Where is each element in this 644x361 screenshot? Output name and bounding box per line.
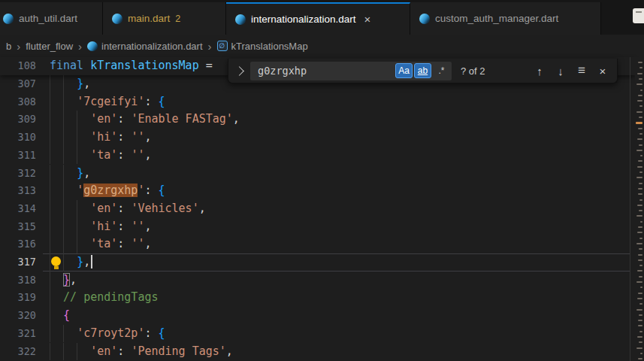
line-number[interactable]: 321	[0, 325, 36, 343]
minimap-code-mark	[639, 199, 642, 201]
line-number[interactable]: 312	[0, 165, 36, 183]
minimap[interactable]	[635, 57, 644, 361]
line-number[interactable]: 311	[0, 147, 36, 165]
code-line-315[interactable]: 315 'hi': '',	[0, 218, 635, 236]
breadcrumb-item-flutter_flow[interactable]: flutter_flow	[26, 41, 73, 52]
line-number[interactable]: 319	[0, 289, 36, 307]
minimap-code-mark	[638, 160, 642, 162]
line-number[interactable]: 322	[0, 343, 36, 361]
line-number[interactable]: 313	[0, 182, 36, 200]
minimap-code-mark	[638, 193, 642, 195]
whole-word-toggle[interactable]: ab	[414, 63, 431, 78]
minimap-code-mark	[637, 336, 642, 338]
breadcrumb-label: kTranslationsMap	[231, 41, 308, 52]
toggle-replace-chevron-icon[interactable]	[234, 66, 244, 76]
tab-label: internationalization.dart	[251, 14, 356, 25]
minimap-code-mark	[639, 210, 642, 211]
find-input[interactable]	[256, 64, 395, 77]
line-number[interactable]: 314	[0, 200, 36, 218]
code-line-312[interactable]: 312 },	[0, 165, 635, 183]
find-next-icon[interactable]: ↓	[552, 62, 569, 79]
code-line-309[interactable]: 309 'en': 'Enable FASTag',	[0, 111, 635, 129]
tab-main.dart[interactable]: main.dart2	[103, 2, 226, 35]
minimap-code-mark	[638, 254, 642, 256]
breadcrumb-label: flutter_flow	[26, 41, 73, 52]
line-number[interactable]: 317	[0, 253, 36, 272]
match-case-toggle[interactable]: Aa	[395, 63, 413, 78]
find-previous-icon[interactable]: ↑	[531, 62, 548, 79]
code-line-320[interactable]: 320 {	[0, 307, 635, 325]
code-line-317[interactable]: 317 },	[0, 253, 635, 272]
code-text: // pendingTags	[50, 289, 159, 307]
minimap-code-mark	[639, 265, 642, 266]
code-line-308[interactable]: 308 '7cgeifyi': {	[0, 93, 635, 111]
minimap-code-mark	[638, 259, 642, 261]
breadcrumb: b›flutter_flow›internationalization.dart…	[0, 35, 644, 57]
line-number[interactable]: 308	[0, 93, 36, 111]
minimap-code-mark	[640, 89, 642, 91]
code-line-310[interactable]: 310 'hi': '',	[0, 129, 635, 147]
tab-internationalization.dart[interactable]: internationalization.dart×	[226, 2, 410, 35]
tab-close-icon[interactable]: ×	[364, 14, 371, 25]
code-line-319[interactable]: 319 // pendingTags	[0, 289, 635, 307]
line-number[interactable]: 310	[0, 129, 36, 147]
minimap-code-mark	[636, 347, 642, 349]
tab-label: auth_util.dart	[19, 13, 77, 24]
code-text: 'en': 'Pending Tags',	[50, 343, 233, 361]
minimap-code-mark	[636, 111, 642, 113]
sticky-line-number: 108	[0, 57, 36, 75]
code-line-318[interactable]: 318 },	[0, 272, 635, 290]
find-close-icon[interactable]: ×	[594, 62, 611, 79]
breadcrumb-separator-icon: ›	[17, 41, 20, 52]
code-line-316[interactable]: 316 'ta': '',	[0, 235, 635, 253]
breadcrumb-item-internationalization.dart[interactable]: internationalization.dart	[87, 41, 202, 52]
code-text: 'hi': '',	[50, 129, 151, 147]
line-number[interactable]: 309	[0, 111, 36, 129]
dart-file-icon	[235, 14, 246, 25]
code-line-322[interactable]: 322 'en': 'Pending Tags',	[0, 343, 635, 361]
code-line-311[interactable]: 311 'ta': '',	[0, 147, 635, 165]
minimap-code-mark	[639, 183, 642, 184]
minimap-code-mark	[640, 353, 642, 354]
code-text: '7cgeifyi': {	[50, 93, 165, 111]
code-editor[interactable]: 307 },308 '7cgeifyi': {309 'en': 'Enable…	[0, 57, 644, 361]
code-text: {	[50, 307, 70, 325]
line-number[interactable]: 315	[0, 218, 36, 236]
minimap-code-mark	[637, 73, 642, 74]
vscode-window: { "tab_bar": { "tabs": [ {"label": "auth…	[0, 0, 644, 361]
minimap-code-mark	[639, 276, 642, 278]
regex-toggle[interactable]: .*	[433, 63, 450, 78]
sticky-code: final kTranslationsMap =	[50, 57, 219, 75]
minimap-find-match-mark	[636, 122, 642, 124]
line-number[interactable]: 316	[0, 235, 36, 253]
minimap-code-mark	[638, 358, 642, 359]
code-text: },	[50, 75, 90, 93]
minimap-code-mark	[637, 205, 642, 206]
minimap-code-mark	[638, 95, 642, 96]
minimap-code-mark	[639, 331, 642, 332]
minimap-code-mark	[637, 232, 642, 233]
minimap-code-mark	[638, 320, 642, 321]
code-line-313[interactable]: 313 'g0zrgxhp': {	[0, 182, 635, 200]
find-in-selection-icon[interactable]: ≡	[573, 62, 590, 79]
code-text: },	[50, 272, 77, 290]
line-number[interactable]: 318	[0, 272, 36, 290]
code-text: 'en': 'Enable FASTag',	[50, 111, 240, 129]
tab-problems-badge: 2	[175, 14, 180, 24]
tab-custom_auth_manager.dart[interactable]: custom_auth_manager.dart	[410, 2, 601, 35]
line-number[interactable]: 320	[0, 307, 36, 325]
breadcrumb-item-kTranslationsMap[interactable]: ∅kTranslationsMap	[217, 41, 308, 52]
minimap-code-mark	[639, 117, 642, 118]
find-widget: Aa ab .* ? of 2 ↑ ↓ ≡ ×	[228, 59, 618, 83]
minimap-code-mark	[639, 67, 642, 68]
breadcrumb-item-b[interactable]: b	[6, 41, 11, 52]
minimap-code-mark	[636, 215, 642, 217]
editor-action-icon[interactable]	[633, 8, 644, 23]
minimap-code-mark	[640, 287, 642, 288]
tab-auth_util.dart[interactable]: auth_util.dart	[0, 2, 103, 35]
minimap-code-mark	[637, 100, 642, 102]
line-number[interactable]: 307	[0, 75, 36, 93]
code-line-314[interactable]: 314 'en': 'Vehicles',	[0, 200, 635, 218]
code-line-321[interactable]: 321 'c7royt2p': {	[0, 325, 635, 343]
breadcrumb-separator-icon: ›	[208, 41, 212, 52]
